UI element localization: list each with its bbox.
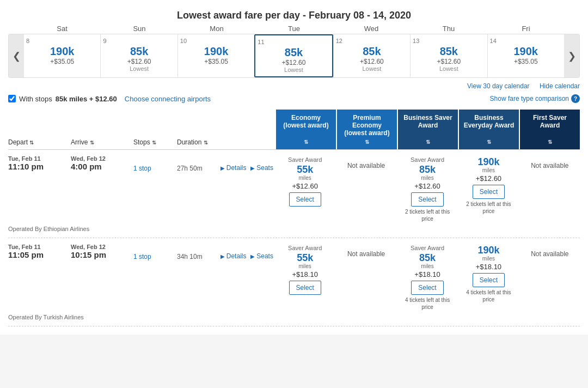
cal-fee-1: +$12.60 xyxy=(103,58,175,65)
results-table: Depart ⇅ Arrive ⇅ Stops ⇅ Duration ⇅ Eco… xyxy=(8,110,580,326)
cal-label-5: Lowest xyxy=(413,65,485,72)
miles-label-1-2: miles xyxy=(400,264,455,269)
fee-0-0: +$12.60 xyxy=(277,182,333,190)
fare-col-header-premium-economy[interactable]: Premium Economy (lowest award) ⇅ xyxy=(337,110,397,149)
fare-col-header-business-saver[interactable]: Business Saver Award ⇅ xyxy=(398,110,458,149)
depart-time-0: 11:10 pm xyxy=(8,162,71,171)
cal-date-2: 10 xyxy=(180,38,252,44)
miles-1-0: 55k xyxy=(277,252,333,264)
miles-1-3: 190k xyxy=(461,245,516,256)
miles-label-0-0: miles xyxy=(277,175,333,181)
fee-1-0: +$18.10 xyxy=(277,270,333,278)
award-type-0-2: Saver Award xyxy=(400,156,455,163)
view-30-day-link[interactable]: View 30 day calendar xyxy=(467,82,530,90)
cal-date-0: 8 xyxy=(26,38,98,44)
depart-time-1: 11:05 pm xyxy=(8,250,71,259)
duration-1: 34h 10m xyxy=(177,253,203,260)
fare-cell-1-economy: Saver Award 55k miles +$18.10 Select xyxy=(275,244,335,296)
cal-fee-4: +$12.60 xyxy=(336,58,408,65)
seats-link-1[interactable]: Seats xyxy=(250,252,273,260)
fare-cell-1-first-saver: Not available xyxy=(520,244,580,264)
fare-cell-0-first-saver: Not available xyxy=(520,155,580,176)
fare-cell-1-biz-saver: Saver Award 85k miles +$18.10 Select 4 t… xyxy=(397,244,457,312)
fee-0-3: +$12.60 xyxy=(461,174,516,183)
select-btn-0-biz-saver[interactable]: Select xyxy=(411,192,443,207)
cal-day-1[interactable]: 9 85k +$12.60 Lowest xyxy=(100,34,177,77)
cal-date-4: 12 xyxy=(336,38,408,44)
fee-1-3: +$18.10 xyxy=(461,263,516,271)
fare-cell-0-economy: Saver Award 55k miles +$12.60 Select xyxy=(275,155,335,208)
day-header-sat: Sat xyxy=(23,25,101,33)
select-btn-1-biz-everyday[interactable]: Select xyxy=(473,273,505,287)
arrive-date-1: Wed, Feb 12 xyxy=(71,244,133,250)
arrive-time-0: 4:00 pm xyxy=(71,162,133,171)
cal-day-4[interactable]: 12 85k +$12.60 Lowest xyxy=(333,34,410,77)
fare-col-header-first-saver[interactable]: First Saver Award ⇅ xyxy=(520,110,580,149)
flight-row-1: Tue, Feb 11 11:05 pm Wed, Feb 12 10:15 p… xyxy=(8,244,580,312)
cal-label-1: Lowest xyxy=(103,65,175,72)
select-btn-1-economy[interactable]: Select xyxy=(289,281,321,295)
col-header-arrive[interactable]: Arrive ⇅ xyxy=(71,138,133,146)
day-header-thu: Thu xyxy=(410,25,487,33)
miles-1-2: 85k xyxy=(400,252,455,264)
stops-0: 1 stop xyxy=(133,165,151,172)
depart-date-0: Tue, Feb 11 xyxy=(8,155,71,162)
cal-day-0[interactable]: 8 190k +$35.05 xyxy=(24,34,100,77)
miles-label-0-2: miles xyxy=(400,175,455,181)
calendar-nav: ❮ 8 190k +$35.05 9 85k +$12.60 Lowest 10… xyxy=(8,34,580,78)
day-header-fri: Fri xyxy=(487,25,565,33)
fare-cell-1-premium: Not available xyxy=(336,244,396,264)
seats-link-0[interactable]: Seats xyxy=(250,164,273,172)
select-btn-1-biz-saver[interactable]: Select xyxy=(411,281,443,295)
stops-1: 1 stop xyxy=(133,253,151,260)
fare-col-header-economy[interactable]: Economy (lowest award) ⇅ xyxy=(276,110,336,149)
award-type-1-0: Saver Award xyxy=(277,245,333,251)
cal-miles-5: 85k xyxy=(413,45,485,58)
day-header-wed: Wed xyxy=(333,25,410,33)
cal-day-5[interactable]: 13 85k +$12.60 Lowest xyxy=(410,34,487,77)
fee-0-2: +$12.60 xyxy=(400,182,455,190)
cal-date-6: 14 xyxy=(490,38,562,44)
calendar-links: View 30 day calendar Hide calendar xyxy=(8,82,580,90)
operated-by-0: Operated By Ethiopian Airlines xyxy=(8,226,580,232)
prev-arrow[interactable]: ❮ xyxy=(9,34,24,77)
cal-day-2[interactable]: 10 190k +$35.05 xyxy=(177,34,254,77)
miles-label-1-0: miles xyxy=(277,264,333,269)
miles-0-3: 190k xyxy=(461,156,516,168)
tickets-left-0-2: 2 tickets left at this price xyxy=(400,208,455,222)
fare-filter-right[interactable]: Show fare type comparison ? xyxy=(490,94,580,103)
details-link-1[interactable]: Details xyxy=(220,252,246,260)
with-stops-checkbox[interactable] xyxy=(8,95,16,102)
col-header-depart[interactable]: Depart ⇅ xyxy=(8,138,71,146)
tickets-left-1-2: 4 tickets left at this price xyxy=(400,296,455,311)
not-available-0-first: Not available xyxy=(522,156,578,175)
flight-row-group-1: Tue, Feb 11 11:05 pm Wed, Feb 12 10:15 p… xyxy=(8,238,580,326)
cal-day-6[interactable]: 14 190k +$35.05 xyxy=(487,34,564,77)
col-header-duration[interactable]: Duration ⇅ xyxy=(177,138,237,146)
fare-cell-0-premium: Not available xyxy=(336,155,396,176)
cal-day-3[interactable]: 11 85k +$12.60 Lowest xyxy=(254,34,333,77)
help-icon: ? xyxy=(571,94,580,103)
operated-by-1: Operated By Turkish Airlines xyxy=(8,314,580,320)
cal-fee-0: +$35.05 xyxy=(26,58,98,65)
details-link-0[interactable]: Details xyxy=(220,164,246,172)
fare-col-header-business-everyday[interactable]: Business Everyday Award ⇅ xyxy=(459,110,519,149)
fare-cells-1: Saver Award 55k miles +$18.10 Select Not… xyxy=(275,244,580,312)
fee-1-2: +$18.10 xyxy=(400,270,455,278)
choose-airports-link[interactable]: Choose connecting airports xyxy=(125,95,211,103)
day-header-sun: Sun xyxy=(101,25,178,33)
cal-fee-6: +$35.05 xyxy=(490,58,562,65)
tickets-left-1-3: 4 tickets left at this price xyxy=(461,289,516,303)
select-btn-0-biz-everyday[interactable]: Select xyxy=(473,185,505,199)
calendar-title: Lowest award fare per day - February 08 … xyxy=(8,5,580,25)
cal-fee-5: +$12.60 xyxy=(413,58,485,65)
not-available-1-first: Not available xyxy=(522,245,578,263)
cal-label-4: Lowest xyxy=(336,65,408,72)
fare-cell-1-biz-everyday: 190k miles +$18.10 Select 4 tickets left… xyxy=(458,244,518,304)
col-header-stops[interactable]: Stops ⇅ xyxy=(133,138,177,146)
miles-0-0: 55k xyxy=(277,164,333,175)
day-header-mon: Mon xyxy=(178,25,255,33)
next-arrow[interactable]: ❯ xyxy=(564,34,579,77)
select-btn-0-economy[interactable]: Select xyxy=(289,192,321,207)
hide-calendar-link[interactable]: Hide calendar xyxy=(540,82,580,90)
